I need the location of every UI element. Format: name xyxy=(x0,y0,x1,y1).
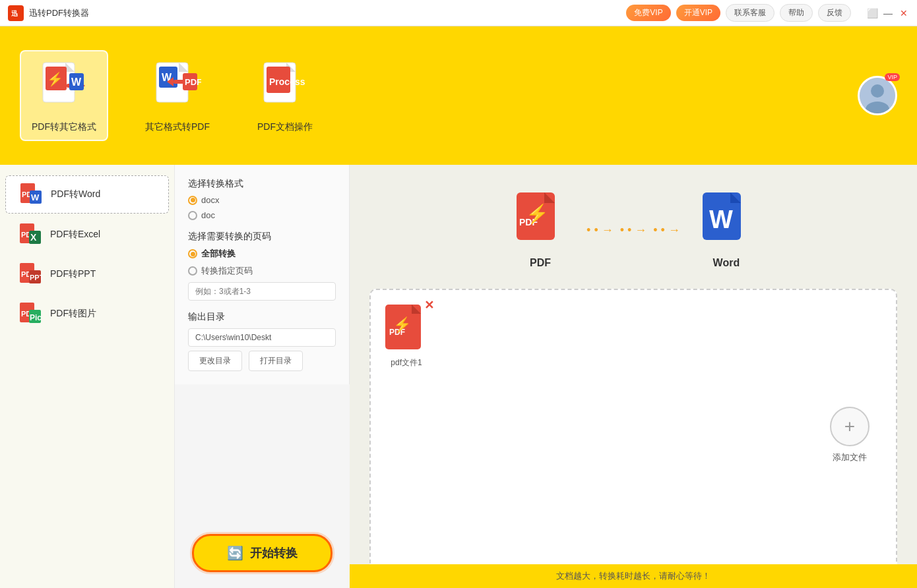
window-controls: ⬜ — ✕ xyxy=(867,8,909,18)
page-all-option[interactable]: 全部转换 xyxy=(188,248,336,260)
app-logo: 迅 xyxy=(8,5,24,21)
sidebar-item-pdf-ppt[interactable]: PDF PPT PDF转PPT xyxy=(5,256,169,293)
svg-text:⚡: ⚡ xyxy=(47,71,63,87)
pdf-ppt-icon: PDF PPT xyxy=(18,262,42,286)
sidebar-item-pdf-excel[interactable]: PDF X PDF转Excel xyxy=(5,216,169,253)
format-doc-option[interactable]: doc xyxy=(188,210,336,220)
page-range-input[interactable] xyxy=(188,282,336,301)
close-button[interactable]: ✕ xyxy=(899,8,909,18)
start-button-wrap: 🔄 开始转换 xyxy=(175,521,350,588)
preview-area: PDF ⚡ PDF • • → • • → • • → W Word xyxy=(350,165,917,588)
start-convert-button[interactable]: 🔄 开始转换 xyxy=(192,534,332,572)
arrow-1: • • → xyxy=(586,223,614,237)
source-pdf-label: PDF xyxy=(530,257,551,269)
sidebar: PDF W PDF转Word PDF X PDF转Excel PDF PPT xyxy=(0,165,175,588)
page-specific-option[interactable]: 转换指定页码 xyxy=(188,265,336,277)
format-doc-radio[interactable] xyxy=(188,211,197,220)
sidebar-item-pdf-excel-label: PDF转Excel xyxy=(50,229,100,241)
svg-text:Pic: Pic xyxy=(30,313,42,322)
add-file-label: 添加文件 xyxy=(833,452,867,463)
toolbar-item-pdf-ops-label: PDF文档操作 xyxy=(257,121,313,133)
open-dir-button[interactable]: 打开目录 xyxy=(249,351,303,371)
output-title: 输出目录 xyxy=(188,311,336,323)
page-all-label: 全部转换 xyxy=(201,248,236,260)
page-section: 选择需要转换的页码 全部转换 转换指定页码 xyxy=(188,231,336,301)
format-doc-label: doc xyxy=(201,210,215,220)
pdf-word-icon: PDF W xyxy=(19,183,43,206)
start-label: 开始转换 xyxy=(250,545,298,561)
target-word-icon: W xyxy=(700,191,753,250)
main-area: PDF W PDF转Word PDF X PDF转Excel PDF PPT xyxy=(0,165,917,588)
file-delete-button-0[interactable]: ✕ xyxy=(424,298,434,312)
toolbar-item-other-to-pdf[interactable]: W PDF 其它格式转PDF xyxy=(135,51,220,140)
toolbar-item-other-to-pdf-label: 其它格式转PDF xyxy=(145,121,210,133)
add-file-circle-icon: + xyxy=(830,407,870,446)
svg-text:X: X xyxy=(30,232,37,243)
toolbar-item-pdf-to-other[interactable]: ⚡ W PDF转其它格式 xyxy=(20,50,108,141)
sidebar-item-pdf-pic[interactable]: PDF Pic PDF转图片 xyxy=(5,295,169,332)
change-dir-button[interactable]: 更改目录 xyxy=(188,351,242,371)
sidebar-item-pdf-word-label: PDF转Word xyxy=(51,189,100,200)
restore-button[interactable]: ⬜ xyxy=(867,8,877,18)
svg-text:PPT: PPT xyxy=(30,274,42,281)
conversion-header: PDF ⚡ PDF • • → • • → • • → W Word xyxy=(350,165,917,282)
format-docx-radio[interactable] xyxy=(188,196,197,205)
svg-text:⚡: ⚡ xyxy=(393,316,412,334)
format-radio-group: docx doc xyxy=(188,195,336,220)
page-radio-group: 全部转换 转换指定页码 xyxy=(188,248,336,277)
feedback-button[interactable]: 反馈 xyxy=(818,4,851,22)
target-word-label: Word xyxy=(713,257,740,269)
file-drop-area[interactable]: ✕ PDF ⚡ pdf文件1 + 添加文件 xyxy=(369,289,897,581)
main-toolbar: ⚡ W PDF转其它格式 W xyxy=(0,26,917,165)
arrow-2: • • → xyxy=(620,223,647,237)
output-path-input[interactable] xyxy=(188,328,336,347)
svg-text:迅: 迅 xyxy=(11,10,18,17)
titlebar: 迅 迅转PDF转换器 免费VIP 开通VIP 联系客服 帮助 反馈 ⬜ — ✕ xyxy=(0,0,917,26)
svg-point-23 xyxy=(871,84,884,98)
svg-text:W: W xyxy=(709,206,733,233)
sidebar-item-pdf-pic-label: PDF转图片 xyxy=(50,308,96,320)
user-avatar-area: VIP xyxy=(858,76,897,115)
svg-text:W: W xyxy=(31,192,40,202)
source-pdf-icon-wrap: PDF ⚡ PDF xyxy=(514,191,567,269)
svg-text:PDF: PDF xyxy=(185,77,201,87)
start-icon: 🔄 xyxy=(227,545,243,561)
left-panel: 选择转换格式 docx doc 选择需要转换的页码 xyxy=(175,165,350,588)
sidebar-item-pdf-word[interactable]: PDF W PDF转Word xyxy=(5,175,169,214)
dir-buttons: 更改目录 打开目录 xyxy=(188,351,336,371)
svg-text:Process: Process xyxy=(269,76,305,87)
arrow-3: • • → xyxy=(653,223,680,237)
status-bar: 文档越大，转换耗时越长，请耐心等待！ xyxy=(350,564,917,588)
free-vip-button[interactable]: 免费VIP xyxy=(626,5,670,21)
conversion-arrows: • • → • • → • • → xyxy=(586,223,680,237)
output-section: 输出目录 更改目录 打开目录 xyxy=(188,311,336,371)
pdf-excel-icon: PDF X xyxy=(18,223,42,247)
pdf-to-other-icon-wrap: ⚡ W xyxy=(38,58,90,117)
page-specific-radio[interactable] xyxy=(188,266,197,276)
minimize-button[interactable]: — xyxy=(883,8,893,18)
format-docx-option[interactable]: docx xyxy=(188,195,336,205)
avatar[interactable] xyxy=(858,76,897,115)
open-vip-button[interactable]: 开通VIP xyxy=(676,5,720,21)
svg-text:⚡: ⚡ xyxy=(526,203,549,225)
file-name-label-0: pdf文件1 xyxy=(391,357,422,368)
avatar-badge: VIP xyxy=(885,73,900,81)
titlebar-nav: 免费VIP 开通VIP 联系客服 帮助 反馈 ⬜ — ✕ xyxy=(626,4,909,22)
page-all-radio[interactable] xyxy=(188,249,197,258)
svg-text:W: W xyxy=(71,76,82,88)
toolbar-item-pdf-to-other-label: PDF转其它格式 xyxy=(32,121,96,133)
toolbar-item-pdf-ops[interactable]: Process PDF文档操作 xyxy=(247,51,323,140)
pdf-to-other-icon: ⚡ W xyxy=(40,61,88,114)
file-item-0: ✕ PDF ⚡ pdf文件1 xyxy=(384,303,429,368)
contact-button[interactable]: 联系客服 xyxy=(726,4,775,22)
format-docx-label: docx xyxy=(201,195,219,205)
format-title: 选择转换格式 xyxy=(188,178,336,190)
other-to-pdf-icon-wrap: W PDF xyxy=(151,58,204,117)
page-title: 选择需要转换的页码 xyxy=(188,231,336,243)
page-specific-label: 转换指定页码 xyxy=(201,265,253,277)
help-button[interactable]: 帮助 xyxy=(780,4,813,22)
file-pdf-thumbnail-0: PDF ⚡ xyxy=(384,303,429,353)
format-section: 选择转换格式 docx doc xyxy=(188,178,336,220)
add-file-button[interactable]: + 添加文件 xyxy=(830,407,870,463)
source-pdf-icon: PDF ⚡ xyxy=(514,191,567,250)
